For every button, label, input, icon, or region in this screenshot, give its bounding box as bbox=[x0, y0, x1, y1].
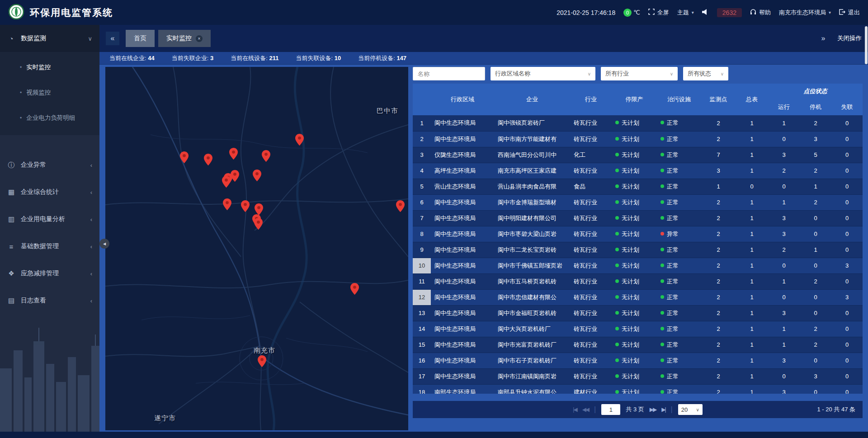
sidebar-group-data-monitoring[interactable]: ◔数据监测∨ bbox=[0, 25, 99, 52]
table-row[interactable]: 17阆中生态环境局阆中市江南镇阆南页岩砖瓦行业无计划正常21030 bbox=[413, 368, 863, 384]
page-number-input[interactable] bbox=[601, 404, 620, 415]
sidebar-collapse-button[interactable]: ◀ bbox=[99, 239, 109, 249]
cell-facility-status: 正常 bbox=[657, 210, 701, 226]
cell-running: 3 bbox=[768, 210, 800, 226]
map-panel[interactable]: 巴中市南充市遂宁市 bbox=[105, 67, 408, 430]
name-filter-input[interactable] bbox=[413, 67, 485, 80]
map-pin[interactable] bbox=[180, 151, 189, 163]
cell-total-meter: 1 bbox=[736, 115, 768, 131]
region-filter-value: 行政区域名称 bbox=[495, 70, 530, 78]
status-filter-select[interactable]: 所有状态 ∨ bbox=[683, 67, 728, 80]
cell-monitor-points: 2 bbox=[701, 242, 736, 258]
table-row[interactable]: 6阆中生态环境局阆中市金博瑞新型墙材砖瓦行业无计划正常21120 bbox=[413, 194, 863, 210]
col-point-status-group: 点位状态 bbox=[768, 84, 863, 99]
tabs-scroll-right-button[interactable]: » bbox=[816, 32, 830, 45]
emergency-icon: ❖ bbox=[7, 269, 15, 278]
table-row[interactable]: 8阆中生态环境局阆中市枣碧大梁山页岩砖瓦行业无计划异常21300 bbox=[413, 226, 863, 242]
sidebar-item-video-monitor[interactable]: •视频监控 bbox=[0, 80, 99, 105]
table-row[interactable]: 9阆中生态环境局阆中市二龙长宝页岩砖砖瓦行业无计划正常21210 bbox=[413, 242, 863, 258]
theme-dropdown[interactable]: 主题 ▾ bbox=[677, 9, 694, 17]
col-total-meter[interactable]: 总表 bbox=[736, 84, 768, 115]
table-row[interactable]: 10阆中生态环境局阆中市千佛镇五郎垭页岩砖瓦行业无计划正常21003 bbox=[413, 258, 863, 273]
industry-filter-select[interactable]: 所有行业 ∨ bbox=[601, 67, 678, 80]
map-pin[interactable] bbox=[231, 170, 239, 182]
map-pin[interactable] bbox=[204, 154, 212, 165]
row-index: 5 bbox=[413, 179, 431, 194]
region-filter-select[interactable]: 行政区域名称 ∨ bbox=[491, 67, 595, 80]
map-pin[interactable] bbox=[229, 148, 238, 160]
cell-production-status: 无计划 bbox=[612, 179, 657, 194]
map-pin[interactable] bbox=[262, 150, 270, 162]
sidebar-group-emergency-reduction[interactable]: ❖应急减排管理‹ bbox=[0, 260, 99, 287]
next-page-button[interactable]: ▶▶ bbox=[650, 406, 656, 413]
map-pin[interactable] bbox=[241, 200, 250, 212]
sidebar-group-base-data-management[interactable]: ≡基础数据管理‹ bbox=[0, 233, 99, 260]
map-pin[interactable] bbox=[222, 176, 231, 188]
cell-total-meter: 1 bbox=[736, 368, 768, 384]
col-company[interactable]: 企业 bbox=[494, 84, 570, 115]
map-pin[interactable] bbox=[295, 134, 304, 146]
col-stopped[interactable]: 停机 bbox=[800, 99, 831, 115]
sidebar-group-power-usage-analysis[interactable]: ▥企业用电量分析‹ bbox=[0, 206, 99, 233]
map-pin[interactable] bbox=[396, 200, 405, 212]
table-row[interactable]: 11阆中生态环境局阆中市五马桥页岩机砖砖瓦行业无计划正常21120 bbox=[413, 273, 863, 289]
tab-home[interactable]: 首页 bbox=[126, 30, 155, 47]
cell-total-meter: 1 bbox=[736, 194, 768, 210]
tabbar-right: » 关闭操作 bbox=[816, 32, 862, 45]
col-facility-status[interactable]: 治污设施 bbox=[657, 84, 701, 115]
announcement-button[interactable] bbox=[702, 9, 709, 16]
close-icon[interactable]: × bbox=[196, 35, 203, 42]
first-page-button[interactable]: |◀ bbox=[573, 406, 576, 413]
table-row[interactable]: 16阆中生态环境局阆中市石子页岩机砖厂砖瓦行业无计划正常21300 bbox=[413, 353, 863, 368]
map-pin[interactable] bbox=[254, 218, 263, 230]
col-production-status[interactable]: 停限产 bbox=[612, 84, 657, 115]
status-dot-icon bbox=[660, 153, 664, 156]
table-row[interactable]: 14阆中生态环境局阆中大兴页岩机砖厂砖瓦行业无计划正常21120 bbox=[413, 321, 863, 337]
map-pin[interactable] bbox=[253, 170, 261, 181]
cell-company: 阆中市五马桥页岩机砖 bbox=[494, 273, 570, 289]
table-row[interactable]: 5营山生态环境局营山县润丰肉食品有限食品无计划正常10010 bbox=[413, 179, 863, 194]
prev-page-button[interactable]: ◀◀ bbox=[582, 406, 589, 413]
col-monitor-points[interactable]: 监测点 bbox=[701, 84, 736, 115]
row-index: 4 bbox=[413, 163, 431, 179]
cell-production-status: 无计划 bbox=[612, 273, 657, 289]
col-region[interactable]: 行政区域 bbox=[431, 84, 494, 115]
cell-company: 南部县升钟水泥有限公 bbox=[494, 384, 570, 394]
map-pin[interactable] bbox=[350, 283, 359, 295]
table-row[interactable]: 3仪陇生态环境局西南油气田分公司川中化工无计划正常71350 bbox=[413, 147, 863, 163]
tab-realtime-monitor[interactable]: 实时监控× bbox=[158, 30, 211, 47]
status-dot-icon bbox=[615, 279, 619, 283]
status-dot-icon bbox=[660, 248, 664, 251]
cell-facility-status: 正常 bbox=[657, 321, 701, 337]
page-size-select[interactable]: 20 ∨ bbox=[678, 404, 703, 415]
table-row[interactable]: 13阆中生态环境局阆中市金福旺页岩机砖砖瓦行业无计划正常21300 bbox=[413, 305, 863, 321]
table-row[interactable]: 12阆中生态环境局阆中市忠信建材有限公砖瓦行业无计划正常21003 bbox=[413, 289, 863, 305]
col-running[interactable]: 运行 bbox=[768, 99, 800, 115]
fullscreen-button[interactable]: 全屏 bbox=[648, 9, 669, 17]
table-row[interactable]: 2阆中生态环境局阆中市南方节能建材有砖瓦行业无计划正常21030 bbox=[413, 131, 863, 147]
scrollbar-thumb[interactable] bbox=[865, 26, 868, 64]
table-row[interactable]: 4高坪生态环境局南充市高坪区王家店建砖瓦行业无计划正常31220 bbox=[413, 163, 863, 179]
col-disconnected[interactable]: 失联 bbox=[831, 99, 863, 115]
table-row[interactable]: 1阆中生态环境局阆中强锐页岩砖厂砖瓦行业无计划正常21120 bbox=[413, 115, 863, 131]
status-dot-icon bbox=[660, 121, 664, 124]
map-pin[interactable] bbox=[223, 198, 231, 210]
last-page-button[interactable]: ▶| bbox=[661, 406, 665, 413]
org-dropdown[interactable]: 南充市生态环境局 ▾ bbox=[779, 9, 831, 17]
table-row[interactable]: 18南部生态环境局南部县升钟水泥有限公建材行业无计划正常21300 bbox=[413, 384, 863, 394]
sidebar-group-enterprise-statistics[interactable]: ▦企业综合统计‹ bbox=[0, 179, 99, 206]
sidebar-item-power-load-detail[interactable]: •企业电力负荷明细 bbox=[0, 105, 99, 131]
logout-button[interactable]: 退出 bbox=[839, 9, 860, 17]
divider: | bbox=[671, 405, 673, 414]
sidebar-group-log-view[interactable]: ▤日志查看‹ bbox=[0, 287, 99, 314]
help-button[interactable]: 帮助 bbox=[750, 9, 771, 17]
table-row[interactable]: 7阆中生态环境局阆中明阳建材有限公司砖瓦行业无计划正常21300 bbox=[413, 210, 863, 226]
map-pin[interactable] bbox=[255, 203, 263, 215]
col-industry[interactable]: 行业 bbox=[570, 84, 612, 115]
map-pin[interactable] bbox=[258, 355, 266, 367]
close-operations-button[interactable]: 关闭操作 bbox=[837, 34, 862, 42]
table-row[interactable]: 15阆中生态环境局阆中市光富页岩机砖厂砖瓦行业无计划正常21120 bbox=[413, 337, 863, 353]
sidebar-item-realtime-monitor[interactable]: •实时监控 bbox=[0, 55, 99, 80]
tabs-scroll-left-button[interactable]: « bbox=[106, 32, 119, 45]
sidebar-group-enterprise-abnormal[interactable]: ⓘ企业异常‹ bbox=[0, 151, 99, 179]
